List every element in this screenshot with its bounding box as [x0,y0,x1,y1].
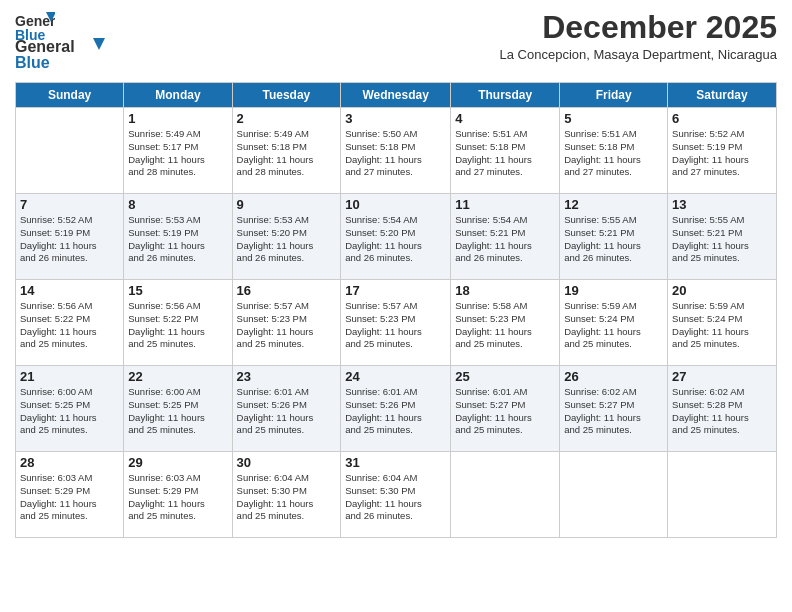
calendar-cell: 6Sunrise: 5:52 AM Sunset: 5:19 PM Daylig… [668,108,777,194]
logo-svg: General Blue [15,34,105,72]
day-info: Sunrise: 5:53 AM Sunset: 5:19 PM Dayligh… [128,214,227,265]
weekday-header-thursday: Thursday [451,83,560,108]
calendar-cell: 3Sunrise: 5:50 AM Sunset: 5:18 PM Daylig… [341,108,451,194]
day-info: Sunrise: 5:54 AM Sunset: 5:21 PM Dayligh… [455,214,555,265]
calendar-cell: 22Sunrise: 6:00 AM Sunset: 5:25 PM Dayli… [124,366,232,452]
day-number: 17 [345,283,446,298]
day-info: Sunrise: 6:01 AM Sunset: 5:26 PM Dayligh… [345,386,446,437]
day-number: 11 [455,197,555,212]
day-info: Sunrise: 5:51 AM Sunset: 5:18 PM Dayligh… [564,128,663,179]
day-info: Sunrise: 6:00 AM Sunset: 5:25 PM Dayligh… [128,386,227,437]
location: La Concepcion, Masaya Department, Nicara… [500,47,777,62]
day-number: 7 [20,197,119,212]
calendar-cell: 8Sunrise: 5:53 AM Sunset: 5:19 PM Daylig… [124,194,232,280]
day-number: 3 [345,111,446,126]
calendar-cell: 11Sunrise: 5:54 AM Sunset: 5:21 PM Dayli… [451,194,560,280]
weekday-header-friday: Friday [560,83,668,108]
calendar-cell: 14Sunrise: 5:56 AM Sunset: 5:22 PM Dayli… [16,280,124,366]
day-number: 21 [20,369,119,384]
day-number: 2 [237,111,337,126]
calendar-cell: 30Sunrise: 6:04 AM Sunset: 5:30 PM Dayli… [232,452,341,538]
day-info: Sunrise: 5:52 AM Sunset: 5:19 PM Dayligh… [20,214,119,265]
day-number: 25 [455,369,555,384]
day-info: Sunrise: 5:59 AM Sunset: 5:24 PM Dayligh… [564,300,663,351]
logo: General Blue General Blue [15,10,105,76]
calendar-week-row: 21Sunrise: 6:00 AM Sunset: 5:25 PM Dayli… [16,366,777,452]
day-info: Sunrise: 6:03 AM Sunset: 5:29 PM Dayligh… [20,472,119,523]
day-number: 19 [564,283,663,298]
calendar-cell: 26Sunrise: 6:02 AM Sunset: 5:27 PM Dayli… [560,366,668,452]
day-number: 14 [20,283,119,298]
day-info: Sunrise: 5:52 AM Sunset: 5:19 PM Dayligh… [672,128,772,179]
calendar-week-row: 1Sunrise: 5:49 AM Sunset: 5:17 PM Daylig… [16,108,777,194]
calendar-week-row: 7Sunrise: 5:52 AM Sunset: 5:19 PM Daylig… [16,194,777,280]
svg-text:General: General [15,38,75,55]
day-number: 6 [672,111,772,126]
svg-marker-4 [93,38,105,50]
calendar-table: SundayMondayTuesdayWednesdayThursdayFrid… [15,82,777,538]
calendar-cell: 18Sunrise: 5:58 AM Sunset: 5:23 PM Dayli… [451,280,560,366]
day-number: 9 [237,197,337,212]
day-number: 20 [672,283,772,298]
day-info: Sunrise: 5:51 AM Sunset: 5:18 PM Dayligh… [455,128,555,179]
calendar-cell: 31Sunrise: 6:04 AM Sunset: 5:30 PM Dayli… [341,452,451,538]
day-number: 31 [345,455,446,470]
day-number: 22 [128,369,227,384]
day-info: Sunrise: 5:56 AM Sunset: 5:22 PM Dayligh… [128,300,227,351]
calendar-cell: 20Sunrise: 5:59 AM Sunset: 5:24 PM Dayli… [668,280,777,366]
day-info: Sunrise: 5:58 AM Sunset: 5:23 PM Dayligh… [455,300,555,351]
day-info: Sunrise: 5:49 AM Sunset: 5:17 PM Dayligh… [128,128,227,179]
day-number: 12 [564,197,663,212]
day-info: Sunrise: 5:53 AM Sunset: 5:20 PM Dayligh… [237,214,337,265]
day-info: Sunrise: 6:01 AM Sunset: 5:26 PM Dayligh… [237,386,337,437]
day-info: Sunrise: 5:50 AM Sunset: 5:18 PM Dayligh… [345,128,446,179]
calendar-cell: 9Sunrise: 5:53 AM Sunset: 5:20 PM Daylig… [232,194,341,280]
calendar-cell: 21Sunrise: 6:00 AM Sunset: 5:25 PM Dayli… [16,366,124,452]
day-info: Sunrise: 5:57 AM Sunset: 5:23 PM Dayligh… [237,300,337,351]
day-number: 1 [128,111,227,126]
day-info: Sunrise: 6:04 AM Sunset: 5:30 PM Dayligh… [237,472,337,523]
day-info: Sunrise: 5:55 AM Sunset: 5:21 PM Dayligh… [564,214,663,265]
header: General Blue General Blue December 2025 … [15,10,777,76]
day-number: 16 [237,283,337,298]
title-block: December 2025 La Concepcion, Masaya Depa… [500,10,777,62]
calendar-cell: 10Sunrise: 5:54 AM Sunset: 5:20 PM Dayli… [341,194,451,280]
day-number: 18 [455,283,555,298]
calendar-week-row: 14Sunrise: 5:56 AM Sunset: 5:22 PM Dayli… [16,280,777,366]
day-info: Sunrise: 6:04 AM Sunset: 5:30 PM Dayligh… [345,472,446,523]
calendar-cell: 4Sunrise: 5:51 AM Sunset: 5:18 PM Daylig… [451,108,560,194]
calendar-cell: 13Sunrise: 5:55 AM Sunset: 5:21 PM Dayli… [668,194,777,280]
calendar-cell: 1Sunrise: 5:49 AM Sunset: 5:17 PM Daylig… [124,108,232,194]
weekday-header-wednesday: Wednesday [341,83,451,108]
month-title: December 2025 [500,10,777,45]
day-info: Sunrise: 5:49 AM Sunset: 5:18 PM Dayligh… [237,128,337,179]
day-number: 26 [564,369,663,384]
calendar-cell [668,452,777,538]
calendar-cell: 25Sunrise: 6:01 AM Sunset: 5:27 PM Dayli… [451,366,560,452]
day-number: 8 [128,197,227,212]
day-number: 28 [20,455,119,470]
day-info: Sunrise: 6:02 AM Sunset: 5:27 PM Dayligh… [564,386,663,437]
calendar-cell: 7Sunrise: 5:52 AM Sunset: 5:19 PM Daylig… [16,194,124,280]
day-number: 29 [128,455,227,470]
weekday-header-saturday: Saturday [668,83,777,108]
page: General Blue General Blue December 2025 … [0,0,792,612]
day-info: Sunrise: 6:03 AM Sunset: 5:29 PM Dayligh… [128,472,227,523]
calendar-cell: 28Sunrise: 6:03 AM Sunset: 5:29 PM Dayli… [16,452,124,538]
calendar-cell: 15Sunrise: 5:56 AM Sunset: 5:22 PM Dayli… [124,280,232,366]
day-info: Sunrise: 5:55 AM Sunset: 5:21 PM Dayligh… [672,214,772,265]
day-info: Sunrise: 5:56 AM Sunset: 5:22 PM Dayligh… [20,300,119,351]
calendar-cell: 19Sunrise: 5:59 AM Sunset: 5:24 PM Dayli… [560,280,668,366]
day-info: Sunrise: 6:01 AM Sunset: 5:27 PM Dayligh… [455,386,555,437]
calendar-cell [16,108,124,194]
weekday-header-row: SundayMondayTuesdayWednesdayThursdayFrid… [16,83,777,108]
day-info: Sunrise: 6:00 AM Sunset: 5:25 PM Dayligh… [20,386,119,437]
calendar-cell: 16Sunrise: 5:57 AM Sunset: 5:23 PM Dayli… [232,280,341,366]
svg-text:Blue: Blue [15,54,50,71]
calendar-cell: 27Sunrise: 6:02 AM Sunset: 5:28 PM Dayli… [668,366,777,452]
day-info: Sunrise: 5:57 AM Sunset: 5:23 PM Dayligh… [345,300,446,351]
day-number: 5 [564,111,663,126]
day-number: 23 [237,369,337,384]
day-number: 10 [345,197,446,212]
calendar-cell: 23Sunrise: 6:01 AM Sunset: 5:26 PM Dayli… [232,366,341,452]
